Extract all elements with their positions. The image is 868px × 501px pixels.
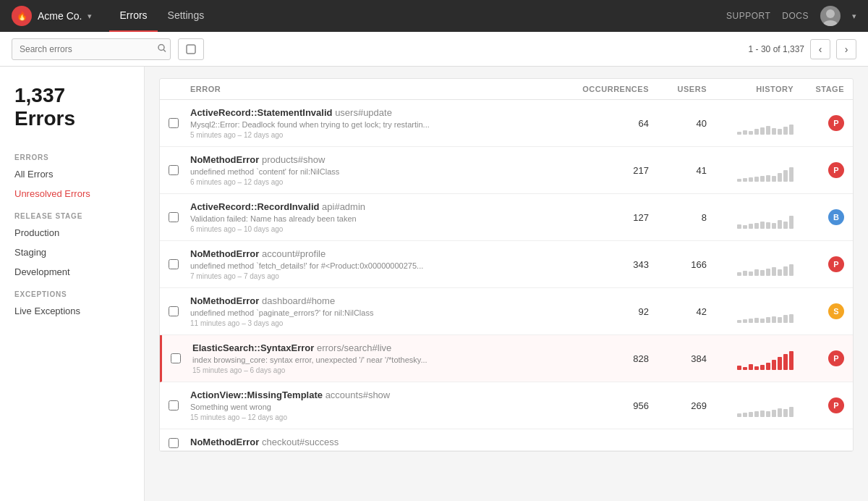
error-action: products#show — [262, 154, 325, 165]
sidebar-item-development[interactable]: Development — [0, 262, 144, 282]
history-chart — [707, 206, 793, 229]
bar — [783, 266, 788, 276]
bar — [766, 175, 770, 182]
bar — [743, 130, 747, 135]
row-checkbox[interactable] — [169, 306, 179, 316]
pagination-info: 1 - 30 of 1,337 ‹ › — [749, 39, 856, 59]
sidebar-item-production[interactable]: Production — [0, 223, 144, 243]
errors-section-label: ERRORS — [0, 145, 144, 164]
table-row-inner[interactable]: ActionView::MissingTemplate accounts#sho… — [160, 382, 853, 429]
bar — [783, 127, 788, 135]
topnav-right: SUPPORT DOCS ▾ — [726, 6, 856, 26]
error-title: ElasticSearch::SyntaxError errors/search… — [192, 342, 576, 353]
users-count: 269 — [649, 400, 707, 411]
bar — [772, 223, 776, 229]
error-time: 15 minutes ago – 6 days ago — [192, 366, 576, 374]
error-message: undefined method `fetch_details!' for #<… — [190, 261, 537, 270]
row-checkbox[interactable] — [171, 353, 181, 363]
bar — [737, 179, 741, 182]
bar — [760, 127, 765, 135]
table-row: ActionView::MissingTemplate accounts#sho… — [160, 382, 853, 429]
error-class: ActiveRecord::RecordInvalid — [190, 201, 319, 212]
table-row-inner[interactable]: NoMethodError dashboard#home undefined m… — [160, 288, 853, 334]
svg-point-0 — [826, 9, 835, 18]
col-error: Error — [190, 85, 576, 93]
bar — [754, 411, 759, 417]
table-row-inner[interactable]: NoMethodError checkout#success — [160, 429, 853, 451]
bar — [760, 222, 765, 229]
row-checkbox[interactable] — [169, 400, 179, 411]
table-row-inner[interactable]: ActiveRecord::StatementInvalid users#upd… — [160, 100, 853, 146]
main-layout: 1,337 Errors ERRORS All Errors Unresolve… — [0, 67, 868, 501]
svg-point-2 — [158, 44, 164, 50]
pagination-next-button[interactable]: › — [836, 39, 856, 59]
main-content: Error Occurrences Users History Stage Ac… — [145, 67, 868, 501]
stage-col: P — [793, 115, 844, 131]
error-time: 7 minutes ago – 7 days ago — [190, 272, 576, 280]
bar — [749, 412, 753, 417]
row-checkbox[interactable] — [169, 259, 179, 269]
user-avatar[interactable] — [820, 6, 841, 26]
nav-link-errors[interactable]: Errors — [109, 0, 157, 32]
table-row: ActiveRecord::RecordInvalid api#admin Va… — [160, 194, 853, 241]
sidebar-item-all-errors[interactable]: All Errors — [0, 164, 144, 184]
table-row-inner[interactable]: NoMethodError account#profile undefined … — [160, 241, 853, 287]
docs-link[interactable]: DOCS — [782, 11, 809, 21]
bar — [749, 177, 753, 182]
bar — [783, 222, 788, 229]
nav-link-settings[interactable]: Settings — [158, 0, 215, 32]
row-checkbox[interactable] — [169, 165, 179, 175]
table-row-inner[interactable]: ActiveRecord::RecordInvalid api#admin Va… — [160, 194, 853, 240]
error-class: ActiveRecord::StatementInvalid — [190, 107, 333, 118]
occurrences-count: 127 — [576, 212, 649, 223]
sidebar-item-unresolved-errors[interactable]: Unresolved Errors — [0, 184, 144, 203]
brand-caret-icon: ▾ — [88, 12, 92, 21]
bar — [778, 173, 782, 182]
bar — [766, 411, 770, 417]
bar — [754, 177, 759, 182]
bar — [778, 317, 782, 323]
stage-col: P — [793, 350, 844, 366]
bar — [783, 315, 788, 323]
stage-col: P — [793, 397, 844, 413]
col-history: History — [707, 85, 793, 93]
pagination-text: 1 - 30 of 1,337 — [749, 44, 804, 54]
bar — [783, 170, 788, 182]
toolbar: 1 - 30 of 1,337 ‹ › — [0, 32, 868, 67]
bar — [778, 269, 782, 276]
table-row: NoMethodError dashboard#home undefined m… — [160, 288, 853, 335]
bar — [766, 269, 770, 276]
error-class: NoMethodError — [190, 248, 259, 259]
error-class: ActionView::MissingTemplate — [190, 390, 323, 400]
search-input[interactable] — [12, 38, 171, 60]
table-row-inner[interactable]: NoMethodError products#show undefined me… — [160, 147, 853, 193]
table-row-inner[interactable]: ElasticSearch::SyntaxError errors/search… — [162, 335, 853, 382]
bar — [749, 364, 753, 370]
history-chart — [707, 159, 793, 182]
bar — [749, 271, 753, 276]
table-row: NoMethodError products#show undefined me… — [160, 147, 853, 194]
row-checkbox[interactable] — [169, 212, 179, 222]
sidebar-item-staging[interactable]: Staging — [0, 243, 144, 262]
support-link[interactable]: SUPPORT — [726, 11, 770, 21]
row-checkbox[interactable] — [169, 118, 179, 128]
error-title: NoMethodError account#profile — [190, 248, 576, 259]
brand-icon: 🔥 — [12, 6, 32, 26]
error-time: 15 minutes ago – 12 days ago — [190, 413, 576, 421]
search-button[interactable] — [158, 43, 166, 54]
error-message: Mysql2::Error: Deadlock found when tryin… — [190, 120, 537, 129]
pagination-prev-button[interactable]: ‹ — [810, 39, 830, 59]
history-chart — [707, 253, 793, 276]
bar — [743, 178, 747, 182]
stage-badge: P — [828, 115, 844, 131]
occurrences-count: 217 — [576, 165, 649, 176]
select-all-button[interactable] — [178, 38, 204, 60]
release-section-label: RELEASE STAGE — [0, 203, 144, 223]
error-action: dashboard#home — [262, 295, 335, 306]
bar — [743, 319, 747, 323]
brand-logo-area[interactable]: 🔥 Acme Co. ▾ — [12, 6, 92, 26]
error-class: NoMethodError — [190, 295, 259, 306]
exceptions-section-label: EXCEPTIONS — [0, 282, 144, 301]
row-checkbox[interactable] — [169, 438, 179, 448]
sidebar-item-live-exceptions[interactable]: Live Exceptions — [0, 301, 144, 321]
